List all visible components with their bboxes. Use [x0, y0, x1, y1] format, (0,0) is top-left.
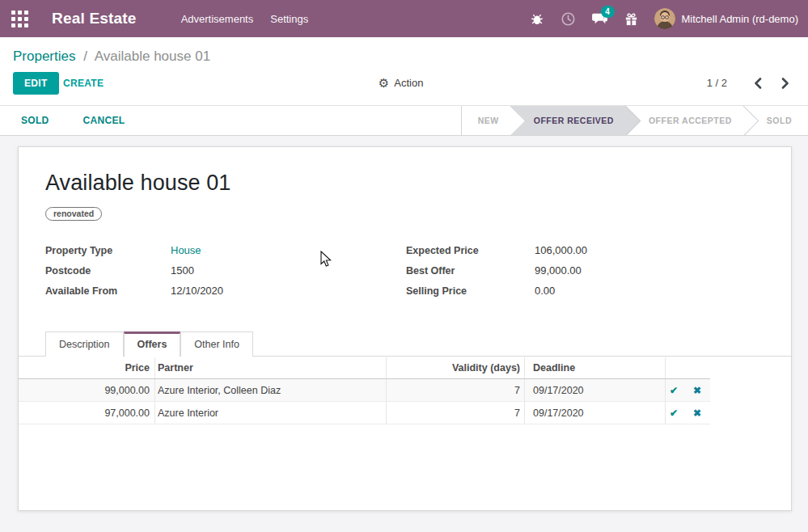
field-postcode: Postcode 1500 [45, 264, 385, 276]
field-label: Available From [45, 285, 171, 297]
cell-deadline[interactable]: 09/17/2020 [525, 402, 666, 424]
cell-actions: ✔ ✖ [666, 402, 710, 424]
field-value: 12/10/2020 [171, 285, 223, 297]
gift-icon[interactable] [624, 11, 640, 27]
action-menu-label: Action [394, 77, 423, 89]
accept-offer-icon[interactable]: ✔ [670, 408, 678, 418]
column-header-validity[interactable]: Validity (days) [387, 357, 525, 378]
gear-icon: ⚙ [379, 78, 389, 89]
property-type-link[interactable]: House [171, 244, 201, 256]
navbar-systray: 4 Mitchell Admin (rd-demo) [514, 8, 799, 29]
messages-icon[interactable]: 4 [592, 11, 608, 27]
field-expected-price: Expected Price 106,000.00 [406, 244, 746, 255]
column-header-price[interactable]: Price [19, 357, 155, 378]
breadcrumb-separator: / [83, 49, 87, 64]
pager-previous-icon[interactable] [750, 78, 766, 89]
navbar: Real Estate Advertisements Settings 4 Mi… [0, 0, 808, 37]
column-header-actions [666, 357, 710, 378]
menu-advertisements[interactable]: Advertisements [181, 10, 254, 28]
cell-validity[interactable]: 7 [387, 379, 525, 401]
field-label: Expected Price [406, 245, 535, 256]
create-button[interactable]: CREATE [63, 78, 104, 89]
field-property-type: Property Type House [45, 244, 385, 255]
field-available-from: Available From 12/10/2020 [45, 285, 385, 296]
pager-value: 1 / 2 [707, 77, 727, 89]
cancel-button[interactable]: CANCEL [83, 115, 125, 126]
user-name[interactable]: Mitchell Admin (rd-demo) [682, 13, 799, 25]
user-avatar[interactable] [654, 8, 675, 29]
cell-partner[interactable]: Azure Interior [155, 402, 387, 424]
field-selling-price: Selling Price 0.00 [406, 285, 746, 296]
offers-table-header: Price Partner Validity (days) Deadline [19, 357, 710, 379]
app-window: Real Estate Advertisements Settings 4 Mi… [0, 0, 808, 532]
statusbar-buttons: SOLD CANCEL [21, 106, 125, 135]
pager-next-icon[interactable] [777, 78, 793, 89]
status-step-offer-accepted[interactable]: OFFER ACCEPTED [626, 106, 744, 135]
table-row[interactable]: 97,000.00 Azure Interior 7 09/17/2020 ✔ … [19, 402, 710, 424]
field-value: 99,000.00 [535, 264, 582, 277]
cell-partner[interactable]: Azure Interior, Colleen Diaz [155, 379, 387, 401]
cell-actions: ✔ ✖ [666, 379, 710, 401]
tab-description[interactable]: Description [45, 331, 124, 357]
breadcrumb: Properties / Available house 01 [0, 48, 808, 65]
form-sheet: Available house 01 renovated Property Ty… [18, 146, 792, 511]
statusbar: SOLD CANCEL NEW OFFER RECEIVED OFFER ACC… [0, 106, 808, 136]
field-best-offer: Best Offer 99,000.00 [406, 264, 746, 276]
cell-deadline[interactable]: 09/17/2020 [525, 379, 666, 401]
tab-offers[interactable]: Offers [124, 331, 181, 357]
cell-price[interactable]: 99,000.00 [19, 379, 155, 401]
edit-button[interactable]: EDIT [13, 72, 59, 95]
breadcrumb-current: Available house 01 [95, 49, 210, 64]
field-label: Best Offer [406, 265, 535, 277]
pager: 1 / 2 [707, 77, 793, 89]
messages-count-badge: 4 [601, 6, 615, 18]
property-title: Available house 01 [45, 171, 791, 196]
field-group-right: Expected Price 106,000.00 Best Offer 99,… [406, 244, 746, 305]
app-brand[interactable]: Real Estate [52, 10, 137, 27]
cell-price[interactable]: 97,000.00 [19, 402, 155, 424]
field-label: Postcode [45, 265, 171, 277]
form-view-area: Available house 01 renovated Property Ty… [0, 136, 808, 514]
refuse-offer-icon[interactable]: ✖ [693, 408, 701, 418]
field-group-left: Property Type House Postcode 1500 Availa… [45, 244, 385, 305]
breadcrumb-properties-link[interactable]: Properties [13, 49, 75, 64]
control-panel: Properties / Available house 01 EDIT CRE… [0, 37, 808, 106]
cell-validity[interactable]: 7 [387, 402, 525, 424]
column-header-deadline[interactable]: Deadline [525, 357, 666, 378]
status-pipeline: NEW OFFER RECEIVED OFFER ACCEPTED SOLD [461, 106, 808, 135]
apps-menu-icon[interactable] [11, 11, 28, 27]
notebook-tabs: Description Offers Other Info [19, 331, 791, 357]
debug-bug-icon[interactable] [529, 11, 545, 27]
refuse-offer-icon[interactable]: ✖ [693, 386, 701, 395]
field-value: 1500 [171, 264, 194, 277]
menu-settings[interactable]: Settings [270, 10, 308, 28]
field-value: 106,000.00 [535, 244, 587, 256]
tag-renovated[interactable]: renovated [45, 207, 102, 221]
action-menu-button[interactable]: ⚙ Action [379, 77, 424, 89]
status-step-new[interactable]: NEW [461, 106, 511, 135]
tag-row: renovated [45, 205, 791, 221]
control-panel-buttons: EDIT CREATE ⚙ Action 1 / 2 [0, 72, 808, 104]
table-row[interactable]: 99,000.00 Azure Interior, Colleen Diaz 7… [19, 379, 710, 402]
status-step-offer-received[interactable]: OFFER RECEIVED [511, 106, 626, 135]
sold-button[interactable]: SOLD [21, 115, 49, 126]
field-value: 0.00 [535, 285, 555, 297]
navbar-menu: Advertisements Settings [181, 10, 309, 28]
field-label: Selling Price [406, 285, 535, 297]
field-label: Property Type [45, 245, 171, 256]
column-header-partner[interactable]: Partner [155, 357, 387, 378]
offers-table: Price Partner Validity (days) Deadline 9… [19, 357, 710, 424]
tab-other-info[interactable]: Other Info [180, 331, 253, 357]
accept-offer-icon[interactable]: ✔ [670, 386, 678, 395]
activities-clock-icon[interactable] [561, 11, 577, 27]
